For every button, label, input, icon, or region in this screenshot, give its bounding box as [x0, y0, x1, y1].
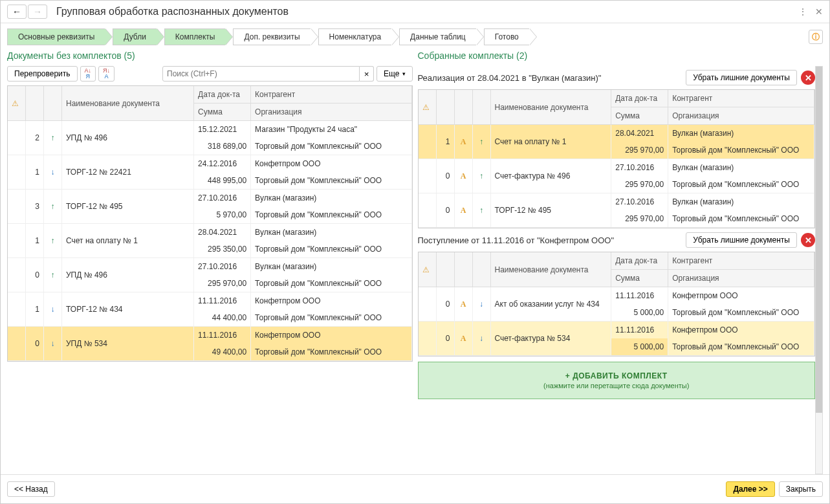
- more-button[interactable]: Еще ▾: [377, 66, 412, 82]
- signature-icon: A: [461, 137, 466, 147]
- right-panel-title: Собранные комплекты (2): [418, 48, 824, 66]
- close-icon[interactable]: ✕: [815, 6, 823, 17]
- breadcrumb-step-6[interactable]: Готово: [484, 28, 529, 45]
- next-button[interactable]: Далее >>: [726, 481, 774, 497]
- table-row[interactable]: 1A↑Счет на оплату № 128.04.2021295 970,0…: [419, 125, 815, 159]
- breadcrumb-step-1[interactable]: Дубли: [113, 28, 157, 45]
- arrow-up-icon: ↑: [51, 202, 55, 211]
- left-table: ⚠ Наименование документа Дата док-та Сум…: [7, 85, 413, 362]
- remove-extra-button[interactable]: Убрать лишние документы: [686, 70, 797, 85]
- nav-forward[interactable]: →: [28, 5, 47, 19]
- table-row[interactable]: 0↑УПД № 49627.10.2016295 970,00Вулкан (м…: [8, 258, 412, 292]
- close-button[interactable]: Закрыть: [779, 481, 823, 497]
- table-row[interactable]: 3↑ТОРГ-12 № 49527.10.20165 970,00Вулкан …: [8, 190, 412, 224]
- signature-icon: A: [461, 206, 466, 215]
- breadcrumb-step-2[interactable]: Комплекты: [164, 28, 226, 45]
- remove-kit-button[interactable]: ✕: [801, 71, 815, 85]
- signature-icon: A: [461, 334, 466, 344]
- table-row[interactable]: 0↓УПД № 53411.11.201649 400,00Конфетпром…: [8, 327, 412, 361]
- left-panel-title: Документы без комплектов (5): [7, 48, 413, 66]
- remove-extra-button[interactable]: Убрать лишние документы: [686, 232, 797, 248]
- recheck-button[interactable]: Перепроверить: [7, 66, 78, 82]
- breadcrumb-step-5[interactable]: Данные таблиц: [399, 28, 476, 45]
- breadcrumb-step-0[interactable]: Основные реквизиты: [7, 28, 105, 45]
- table-row[interactable]: 0A↓Акт об оказании услуг № 43411.11.2016…: [419, 287, 815, 322]
- table-row[interactable]: 1↑Счет на оплату № 128.04.2021295 350,00…: [8, 224, 412, 258]
- arrow-up-icon: ↑: [51, 133, 55, 142]
- table-row[interactable]: 1↓ТОРГ-12 № 2242124.12.2016448 995,00Кон…: [8, 155, 412, 190]
- table-row[interactable]: 0A↑ТОРГ-12 № 49527.10.2016295 970,00Вулк…: [419, 193, 815, 228]
- nav-back[interactable]: ←: [7, 5, 27, 19]
- table-row[interactable]: 0A↓Счет-фактура № 53411.11.20165 000,00К…: [419, 322, 815, 356]
- table-row[interactable]: 0A↑Счет-фактура № 49627.10.2016295 970,0…: [419, 159, 815, 193]
- arrow-up-icon: ↑: [479, 171, 483, 181]
- arrow-down-icon: ↓: [51, 339, 55, 348]
- add-kit-button[interactable]: + ДОБАВИТЬ КОМПЛЕКТ(нажмите или перетащи…: [418, 362, 816, 399]
- warning-icon: ⚠: [12, 99, 19, 108]
- arrow-down-icon: ↓: [51, 305, 55, 314]
- search-input[interactable]: [162, 66, 360, 82]
- window-title: Групповая обработка распознанных докумен…: [56, 6, 798, 17]
- search-clear[interactable]: ×: [360, 66, 374, 82]
- arrow-down-icon: ↓: [51, 168, 55, 177]
- signature-icon: A: [461, 171, 466, 181]
- arrow-up-icon: ↑: [51, 270, 55, 279]
- warning-icon: ⚠: [422, 265, 430, 274]
- menu-icon[interactable]: ⋮: [798, 6, 807, 17]
- kit-title: Реализация от 28.04.2021 в "Вулкан (мага…: [418, 73, 683, 83]
- sort-asc-button[interactable]: А↓Я: [80, 66, 96, 82]
- breadcrumb-step-4[interactable]: Номенклатура: [318, 28, 392, 45]
- help-icon[interactable]: ⓘ: [809, 30, 823, 44]
- table-row[interactable]: 1↓ТОРГ-12 № 43411.11.201644 400,00Конфет…: [8, 292, 412, 327]
- table-row[interactable]: 2↑УПД № 49615.12.2021318 689,00Магазин "…: [8, 121, 412, 155]
- arrow-up-icon: ↑: [51, 236, 55, 245]
- scrollbar[interactable]: [815, 66, 823, 474]
- arrow-up-icon: ↑: [479, 206, 483, 215]
- breadcrumb-step-3[interactable]: Доп. реквизиты: [233, 28, 310, 45]
- warning-icon: ⚠: [422, 103, 430, 112]
- remove-kit-button[interactable]: ✕: [801, 233, 815, 247]
- sort-desc-button[interactable]: Я↓А: [98, 66, 115, 82]
- arrow-up-icon: ↑: [479, 137, 483, 146]
- back-button[interactable]: << Назад: [7, 481, 55, 497]
- arrow-down-icon: ↓: [479, 334, 483, 343]
- kit-title: Поступление от 11.11.2016 от "Конфетпром…: [418, 236, 683, 245]
- signature-icon: A: [461, 300, 466, 309]
- arrow-down-icon: ↓: [479, 300, 483, 309]
